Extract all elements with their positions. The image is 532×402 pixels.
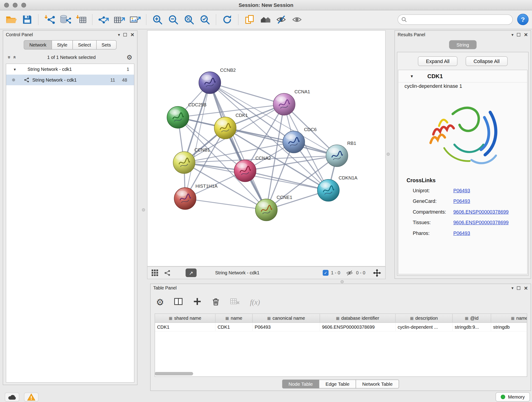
node-CCNB1[interactable]: CCNB1 bbox=[173, 147, 210, 173]
scrollbar-thumb[interactable] bbox=[155, 372, 193, 375]
help-button[interactable]: ? bbox=[517, 14, 529, 25]
node-CDKN1A[interactable]: CDKN1A bbox=[317, 175, 357, 201]
cell-namespace[interactable]: stringdb bbox=[491, 323, 527, 331]
home-button[interactable] bbox=[258, 12, 273, 27]
network-options-gear-icon[interactable]: ⚙ bbox=[127, 54, 133, 61]
panel-float-icon[interactable] bbox=[517, 286, 520, 290]
horizontal-splitter-handle[interactable] bbox=[341, 280, 344, 283]
panel-close-icon[interactable]: ✕ bbox=[130, 32, 134, 37]
compartments-link[interactable]: 9606.ENSP00000378699 bbox=[453, 209, 509, 214]
delete-column-trash-icon[interactable] bbox=[211, 297, 220, 307]
search-field[interactable] bbox=[398, 14, 513, 25]
column-header[interactable]: ▦name bbox=[215, 314, 253, 323]
zoom-in-button[interactable] bbox=[150, 12, 165, 27]
table-settings-gear-icon[interactable]: ⚙ bbox=[156, 298, 164, 307]
column-header[interactable]: ▦namespace bbox=[491, 314, 527, 323]
edge-HIST1H1A-CCNB2[interactable] bbox=[185, 83, 210, 199]
node-CDK1[interactable]: CDK1 bbox=[214, 113, 248, 139]
expand-all-networks-icon[interactable]: « bbox=[12, 56, 18, 59]
export-network-button[interactable] bbox=[95, 12, 111, 27]
collapse-all-networks-icon[interactable]: » bbox=[6, 56, 12, 59]
network-row[interactable]: String Network - cdk1 11 48 bbox=[6, 75, 134, 85]
results-tab-string[interactable]: String bbox=[449, 40, 476, 49]
column-header[interactable]: ▦shared name bbox=[155, 314, 215, 323]
cell-canonical-name[interactable]: P06493 bbox=[253, 323, 320, 331]
detach-view-button[interactable]: ↗ bbox=[186, 269, 196, 277]
collection-expand-triangle-icon[interactable]: ▾ bbox=[14, 67, 16, 72]
network-view-icon[interactable] bbox=[164, 270, 171, 276]
table-horizontal-scrollbar[interactable] bbox=[155, 372, 527, 376]
show-all-button[interactable] bbox=[289, 12, 305, 27]
column-header[interactable]: ▦description bbox=[396, 314, 453, 323]
panel-float-icon[interactable] bbox=[123, 33, 127, 36]
column-header[interactable]: ▦canonical name bbox=[253, 314, 320, 323]
zoom-fit-button[interactable] bbox=[181, 12, 197, 27]
edge-CCNB2-CCNE1[interactable] bbox=[210, 83, 266, 210]
export-table-button[interactable] bbox=[111, 12, 127, 27]
show-columns-icon[interactable] bbox=[174, 297, 183, 307]
cell-name[interactable]: CDK1 bbox=[215, 323, 253, 331]
memory-button[interactable]: Memory bbox=[496, 392, 530, 402]
edge-CCNB2-CCNA1[interactable] bbox=[210, 83, 284, 104]
selected-checkbox-icon[interactable]: ✓ bbox=[323, 270, 329, 276]
tab-network-table[interactable]: Network Table bbox=[355, 380, 399, 389]
cell-description[interactable]: cyclin-dependent ... bbox=[396, 323, 453, 331]
network-graph[interactable]: CCNB2CCNA1CDC25BCDK1CDC6RB1CCNB1CCNA2CDK… bbox=[147, 31, 385, 266]
network-collection-row[interactable]: ▾ String Network - cdk1 1 bbox=[6, 64, 134, 75]
collapse-all-button[interactable]: Collapse All bbox=[466, 56, 507, 66]
tab-network[interactable]: Network bbox=[24, 40, 52, 50]
cell-id[interactable]: stringdb:9... bbox=[453, 323, 491, 331]
panel-close-icon[interactable]: ✕ bbox=[524, 32, 528, 37]
node-table[interactable]: ▦shared name ▦name ▦canonical name ▦data… bbox=[155, 313, 527, 377]
node-CCNB2[interactable]: CCNB2 bbox=[199, 68, 236, 94]
save-session-button[interactable] bbox=[19, 12, 35, 27]
panel-menu-icon[interactable]: ▾ bbox=[118, 32, 120, 37]
zoom-selected-button[interactable] bbox=[197, 12, 213, 27]
panel-close-icon[interactable]: ✕ bbox=[524, 286, 528, 290]
tab-style[interactable]: Style bbox=[51, 40, 73, 50]
pharos-link[interactable]: P06493 bbox=[453, 230, 470, 236]
gene-collapse-triangle-icon[interactable]: ▾ bbox=[411, 74, 413, 79]
column-header[interactable]: ▦database identifier bbox=[320, 314, 396, 323]
zoom-out-button[interactable] bbox=[165, 12, 181, 27]
genecard-link[interactable]: P06493 bbox=[453, 198, 470, 204]
title-bar[interactable]: Session: New Session bbox=[0, 0, 532, 10]
panel-menu-icon[interactable]: ▾ bbox=[511, 32, 513, 37]
expand-all-button[interactable]: Expand All bbox=[418, 56, 457, 66]
gene-section-header[interactable]: ▾ CDK1 bbox=[399, 70, 527, 83]
add-column-icon[interactable] bbox=[193, 297, 202, 307]
network-canvas[interactable]: CCNB2CCNA1CDC25BCDK1CDC6RB1CCNB1CCNA2CDK… bbox=[147, 30, 386, 267]
export-image-button[interactable] bbox=[127, 12, 143, 27]
tab-sets[interactable]: Sets bbox=[96, 40, 116, 50]
node-CCNA1[interactable]: CCNA1 bbox=[273, 89, 310, 115]
panel-float-icon[interactable] bbox=[517, 33, 520, 36]
grid-view-icon[interactable] bbox=[152, 269, 158, 276]
cell-database-identifier[interactable]: 9606.ENSP00000378699 bbox=[320, 323, 396, 331]
apply-layout-button[interactable] bbox=[219, 12, 235, 27]
tab-select[interactable]: Select bbox=[72, 40, 96, 50]
right-splitter-handle[interactable] bbox=[387, 153, 390, 156]
left-splitter-handle[interactable] bbox=[142, 208, 145, 211]
column-header[interactable]: ▦@id bbox=[453, 314, 491, 323]
import-network-from-file-button[interactable] bbox=[42, 12, 57, 27]
minimize-window-button[interactable] bbox=[13, 3, 18, 7]
tab-edge-table[interactable]: Edge Table bbox=[319, 380, 356, 389]
close-window-button[interactable] bbox=[4, 3, 9, 7]
tissues-link[interactable]: 9606.ENSP00000378699 bbox=[453, 220, 509, 225]
tab-node-table[interactable]: Node Table bbox=[282, 380, 319, 389]
import-table-from-file-button[interactable] bbox=[73, 12, 89, 27]
node-RB1[interactable]: RB1 bbox=[326, 141, 356, 167]
open-session-button[interactable] bbox=[3, 12, 19, 27]
pan-crosshair-icon[interactable] bbox=[373, 269, 381, 277]
search-input[interactable] bbox=[409, 17, 509, 22]
panel-menu-icon[interactable]: ▾ bbox=[511, 286, 513, 290]
duplicate-window-button[interactable] bbox=[242, 12, 258, 27]
zoom-window-button[interactable] bbox=[21, 3, 26, 7]
cell-shared-name[interactable]: CDK1 bbox=[155, 323, 215, 331]
uniprot-link[interactable]: P06493 bbox=[453, 187, 470, 193]
node-HIST1H1A[interactable]: HIST1H1A bbox=[174, 183, 218, 210]
cloud-status-button[interactable] bbox=[5, 393, 19, 402]
warnings-button[interactable] bbox=[24, 393, 38, 402]
hide-selected-button[interactable] bbox=[273, 12, 289, 27]
import-network-from-database-button[interactable] bbox=[57, 12, 73, 27]
